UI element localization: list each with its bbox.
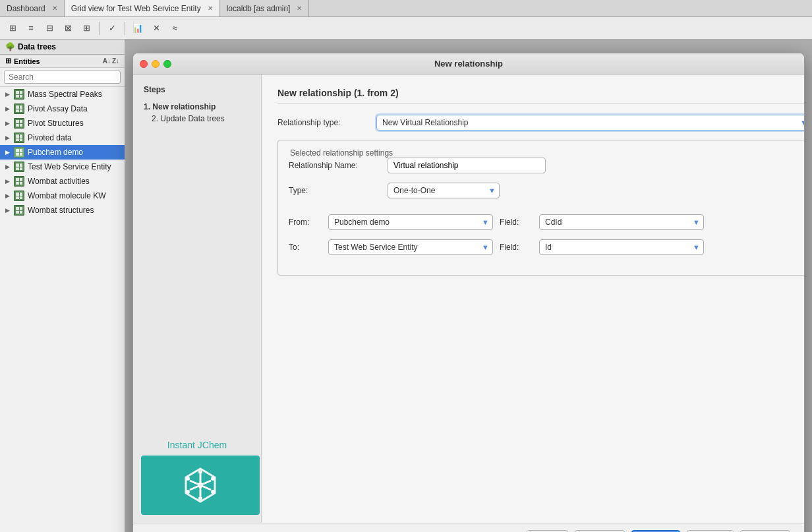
tab-localdb[interactable]: localdb [as admin] ✕ xyxy=(220,0,310,16)
type-select[interactable]: One-to-One One-to-Many Many-to-One xyxy=(388,183,500,198)
type-row: Type: One-to-One One-to-Many Many-to-One… xyxy=(289,183,800,198)
svg-line-9 xyxy=(200,481,211,485)
sidebar-item-wombat-activities[interactable]: ▶ Wombat activities xyxy=(0,174,125,189)
step-2-label: Update Data trees xyxy=(160,114,224,123)
step-2-number: 2. xyxy=(152,114,158,123)
item-icon xyxy=(14,89,24,100)
sort-az[interactable]: A↓ xyxy=(103,57,111,65)
item-icon xyxy=(14,103,24,114)
sidebar-item-pivot-structures[interactable]: ▶ Pivot Structures xyxy=(0,116,125,131)
sidebar-item-pivot-assay[interactable]: ▶ Pivot Assay Data xyxy=(0,102,125,116)
toolbar: ⊞ ≡ ⊟ ⊠ ⊞ ✓ 📊 ✕ ≈ xyxy=(0,17,812,40)
maximize-button[interactable] xyxy=(163,60,171,68)
wizard-title: New relationship (1. from 2) xyxy=(277,88,805,104)
to-select[interactable]: Test Web Service Entity xyxy=(328,239,493,255)
steps-title: Steps xyxy=(144,85,250,94)
search-input[interactable] xyxy=(4,71,121,84)
sidebar-item-label: Mass Spectral Peaks xyxy=(28,90,102,99)
from-wrapper: Pubchem demo ▼ xyxy=(328,214,493,230)
svg-point-3 xyxy=(211,477,215,481)
search-box xyxy=(0,68,125,87)
to-field-label: Field: xyxy=(500,243,533,252)
brand-logo xyxy=(141,456,260,515)
tab-grid-view-close[interactable]: ✕ xyxy=(208,5,213,12)
item-icon xyxy=(14,147,24,158)
sort-icons: A↓ Z↓ xyxy=(103,57,119,65)
sidebar-item-pubchem[interactable]: ▶ Pubchem demo xyxy=(0,145,125,160)
item-icon xyxy=(14,205,24,216)
data-trees-icon: 🌳 xyxy=(5,42,15,51)
toolbar-btn-chart[interactable]: 📊 xyxy=(129,20,146,37)
new-relationship-dialog: New relationship Steps 1. New relationsh… xyxy=(132,53,805,532)
tab-localdb-close[interactable]: ✕ xyxy=(297,5,302,12)
sidebar-item-mass-spectral[interactable]: ▶ Mass Spectral Peaks xyxy=(0,87,125,102)
sidebar-item-test-web[interactable]: ▶ Test Web Service Entity xyxy=(0,160,125,174)
brand-text: Instant JChem xyxy=(141,440,253,450)
toolbar-btn-settings[interactable]: ≈ xyxy=(166,20,183,37)
to-row: To: Test Web Service Entity ▼ Field: xyxy=(289,239,800,255)
name-input[interactable] xyxy=(388,158,546,173)
tab-dashboard[interactable]: Dashboard ✕ xyxy=(0,0,65,16)
data-trees-header: 🌳 Data trees xyxy=(0,40,125,55)
toolbar-btn-view[interactable]: ⊞ xyxy=(78,20,95,37)
toolbar-btn-list[interactable]: ≡ xyxy=(22,20,40,37)
dialog-title: New relationship xyxy=(144,59,794,69)
data-trees-label: Data trees xyxy=(18,42,56,51)
to-field-wrapper: Id ▼ xyxy=(539,239,704,255)
svg-point-7 xyxy=(186,477,190,481)
toolbar-btn-check[interactable]: ✓ xyxy=(103,20,121,37)
sidebar-item-label: Pubchem demo xyxy=(28,148,83,157)
sort-za[interactable]: Z↓ xyxy=(112,57,119,65)
name-label: Relationship Name: xyxy=(289,161,381,170)
dialog-sidebar: Steps 1. New relationship 2. Update Data… xyxy=(133,74,262,523)
toolbar-btn-grid[interactable]: ⊞ xyxy=(4,20,21,37)
svg-line-13 xyxy=(190,481,200,485)
from-select[interactable]: Pubchem demo xyxy=(328,214,493,230)
minimize-button[interactable] xyxy=(152,60,160,68)
dialog-overlay: New relationship Steps 1. New relationsh… xyxy=(125,40,812,532)
hex-logo xyxy=(181,465,220,505)
svg-line-12 xyxy=(190,485,200,490)
sidebar-item-pivoted-data[interactable]: ▶ Pivoted data xyxy=(0,131,125,145)
to-field-select[interactable]: Id xyxy=(539,239,704,255)
relationship-type-select[interactable]: New Virtual Relationship New Join Relati… xyxy=(376,115,805,131)
close-button[interactable] xyxy=(140,60,148,68)
entities-header: ⊞ Entities A↓ Z↓ xyxy=(0,55,125,68)
spacer xyxy=(289,208,800,214)
item-icon xyxy=(14,118,24,129)
tab-grid-view[interactable]: Grid view for Test Web Service Entity ✕ xyxy=(65,0,220,16)
sidebar-item-label: Wombat structures xyxy=(28,206,94,215)
tab-grid-view-label: Grid view for Test Web Service Entity xyxy=(71,4,201,13)
relationship-type-wrapper: New Virtual Relationship New Join Relati… xyxy=(376,115,805,131)
tab-dashboard-close[interactable]: ✕ xyxy=(52,5,57,12)
settings-fieldset: Selected relationship settings Relations… xyxy=(277,140,805,276)
from-field-select[interactable]: CdId xyxy=(539,214,704,230)
svg-point-5 xyxy=(198,496,202,500)
sidebar-item-wombat-structures[interactable]: ▶ Wombat structures xyxy=(0,203,125,218)
sidebar: 🌳 Data trees ⊞ Entities A↓ Z↓ ▶ Mass Spe… xyxy=(0,40,125,532)
dialog-main: New relationship (1. from 2) Relationshi… xyxy=(262,74,805,523)
expand-icon: ▶ xyxy=(5,192,11,199)
expand-icon: ▶ xyxy=(5,134,11,141)
toolbar-btn-remove[interactable]: ⊟ xyxy=(41,20,58,37)
to-label: To: xyxy=(289,243,322,252)
step-1-label: New relationship xyxy=(152,102,216,111)
item-icon xyxy=(14,162,24,172)
settings-legend: Selected relationship settings xyxy=(286,148,800,158)
toolbar-btn-add[interactable]: ⊠ xyxy=(59,20,76,37)
tab-bar: Dashboard ✕ Grid view for Test Web Servi… xyxy=(0,0,812,17)
entities-icon: ⊞ xyxy=(5,57,11,65)
step-1: 1. New relationship xyxy=(144,101,250,113)
dialog-footer: Help < Back Next > Finish Cancel xyxy=(133,523,804,532)
relationship-type-label: Relationship type: xyxy=(277,118,370,127)
step-1-number: 1. xyxy=(144,102,150,111)
from-label: From: xyxy=(289,218,322,227)
sidebar-item-label: Test Web Service Entity xyxy=(28,162,111,171)
item-icon xyxy=(14,191,24,201)
sidebar-item-label: Pivoted data xyxy=(28,133,72,142)
svg-point-2 xyxy=(198,470,202,474)
svg-point-6 xyxy=(186,490,190,494)
sidebar-item-label: Wombat activities xyxy=(28,177,90,186)
toolbar-btn-close[interactable]: ✕ xyxy=(148,20,165,37)
sidebar-item-wombat-molecule[interactable]: ▶ Wombat molecule KW xyxy=(0,189,125,203)
